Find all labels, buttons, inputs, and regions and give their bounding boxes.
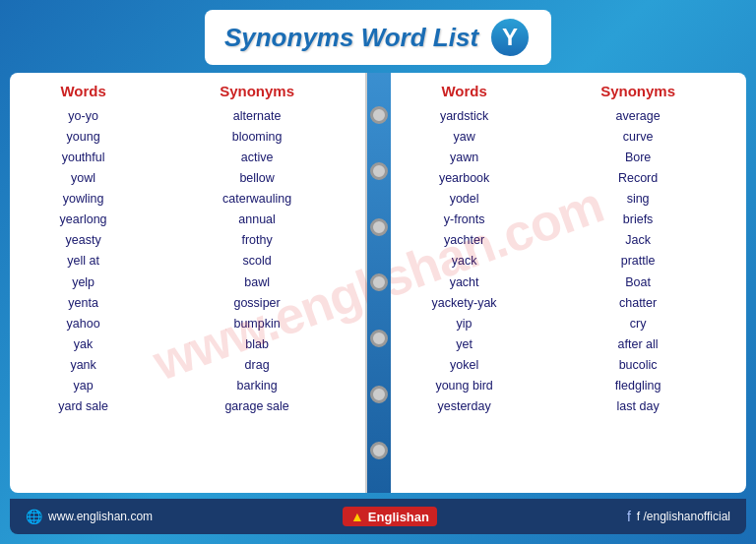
word-cell: yokel [395, 355, 534, 376]
table-row: youngblooming [14, 126, 361, 147]
synonym-cell: curve [534, 126, 742, 147]
page-right: Words Synonyms yardstickaverageyawcurvey… [391, 73, 746, 493]
left-table: Words Synonyms yo-yoalternateyoungbloomi… [14, 81, 361, 417]
table-row: yachtBoat [395, 272, 742, 292]
word-cell: yackety-yak [395, 292, 534, 313]
table-row: yawnBore [395, 147, 742, 167]
synonym-cell: gossiper [153, 292, 361, 313]
word-cell: yacht [395, 272, 534, 292]
synonym-cell: cry [534, 313, 742, 333]
word-cell: yesterday [395, 396, 534, 417]
y-badge: Y [488, 16, 532, 59]
synonym-cell: bumpkin [153, 313, 361, 333]
word-cell: young bird [395, 376, 534, 396]
synonym-cell: briefs [534, 210, 742, 230]
footer-social-handle: f /englishanofficial [637, 510, 730, 523]
footer: 🌐 www.englishan.com ▲ Englishan f f /eng… [10, 499, 746, 534]
word-cell: yelp [14, 272, 153, 292]
table-row: yard salegarage sale [14, 396, 361, 417]
spine [367, 73, 391, 493]
word-cell: yearlong [14, 210, 153, 230]
footer-social: f f /englishanofficial [627, 509, 730, 524]
synonym-cell: Jack [534, 230, 742, 251]
word-cell: yank [14, 355, 153, 376]
table-row: yelpbawl [14, 272, 361, 292]
footer-logo: ▲ Englishan [343, 507, 437, 526]
table-row: yentagossiper [14, 292, 361, 313]
synonym-cell: frothy [153, 230, 361, 251]
footer-website: 🌐 www.englishan.com [26, 509, 153, 524]
synonym-cell: blab [153, 333, 361, 354]
main-container: Synonyms Word List Y www.englishan.com W… [0, 0, 756, 544]
right-col1-header: Words [395, 81, 534, 105]
table-row: yackprattle [395, 251, 742, 272]
table-row: yearbookRecord [395, 167, 742, 188]
table-row: yesterdaylast day [395, 396, 742, 417]
synonym-cell: Bore [534, 147, 742, 167]
ring-6 [370, 386, 388, 403]
table-row: yodelsing [395, 189, 742, 210]
word-cell: yak [14, 333, 153, 354]
word-cell: yell at [14, 251, 153, 272]
word-cell: yet [395, 333, 534, 354]
synonym-cell: garage sale [153, 396, 361, 417]
word-cell: yearbook [395, 167, 534, 188]
synonym-cell: active [153, 147, 361, 167]
synonym-cell: scold [153, 251, 361, 272]
word-cell: yowling [14, 189, 153, 210]
page-left: Words Synonyms yo-yoalternateyoungbloomi… [10, 73, 367, 493]
table-row: yokelbucolic [395, 355, 742, 376]
synonym-cell: last day [534, 396, 742, 417]
left-col2-header: Synonyms [153, 81, 361, 105]
header-title-box: Synonyms Word List Y [205, 10, 551, 65]
word-cell: yardstick [395, 105, 534, 126]
word-cell: yap [14, 376, 153, 396]
synonym-cell: fledgling [534, 376, 742, 396]
synonym-cell: sing [534, 189, 742, 210]
word-cell: yahoo [14, 313, 153, 333]
word-cell: y-fronts [395, 210, 534, 230]
synonym-cell: Boat [534, 272, 742, 292]
word-cell: yowl [14, 167, 153, 188]
word-cell: young [14, 126, 153, 147]
table-row: yachterJack [395, 230, 742, 251]
word-cell: yeasty [14, 230, 153, 251]
table-row: yowlingcaterwauling [14, 189, 361, 210]
word-cell: yack [395, 251, 534, 272]
word-cell: yaw [395, 126, 534, 147]
footer-url: www.englishan.com [48, 510, 153, 523]
word-cell: youthful [14, 147, 153, 167]
table-row: yapbarking [14, 376, 361, 396]
table-row: yeastyfrothy [14, 230, 361, 251]
notebook: www.englishan.com Words Synonyms yo-yoal… [10, 73, 746, 493]
ring-5 [370, 330, 388, 347]
table-row: yankdrag [14, 355, 361, 376]
table-row: yipcry [395, 313, 742, 333]
table-row: youthfulactive [14, 147, 361, 167]
word-cell: yip [395, 313, 534, 333]
footer-logo-text: Englishan [368, 510, 429, 524]
table-row: yawcurve [395, 126, 742, 147]
synonym-cell: prattle [534, 251, 742, 272]
table-row: yackety-yakchatter [395, 292, 742, 313]
right-col2-header: Synonyms [534, 81, 742, 105]
globe-icon: 🌐 [26, 509, 42, 524]
synonym-cell: caterwauling [153, 189, 361, 210]
word-cell: yodel [395, 189, 534, 210]
left-col1-header: Words [14, 81, 153, 105]
synonym-cell: average [534, 105, 742, 126]
synonym-cell: bucolic [534, 355, 742, 376]
table-row: yowlbellow [14, 167, 361, 188]
ring-7 [370, 442, 388, 459]
word-cell: yenta [14, 292, 153, 313]
logo-a-icon: ▲ [350, 509, 364, 524]
table-row: yetafter all [395, 333, 742, 354]
synonym-cell: chatter [534, 292, 742, 313]
table-row: young birdfledgling [395, 376, 742, 396]
synonym-cell: annual [153, 210, 361, 230]
table-row: yahoobumpkin [14, 313, 361, 333]
facebook-icon: f [627, 509, 631, 524]
word-cell: yo-yo [14, 105, 153, 126]
word-cell: yard sale [14, 396, 153, 417]
synonym-cell: alternate [153, 105, 361, 126]
